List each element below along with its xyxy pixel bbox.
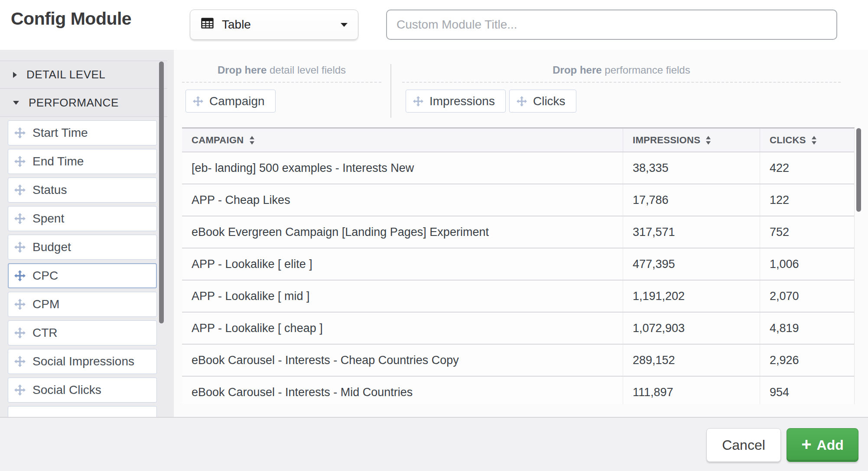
move-icon	[517, 96, 527, 106]
draggable-field-partial[interactable]	[8, 406, 157, 417]
move-icon	[14, 356, 26, 367]
cell-clicks: 122	[760, 184, 855, 216]
draggable-field[interactable]: Status	[8, 177, 157, 203]
move-icon	[193, 96, 203, 106]
sort-icon	[811, 136, 817, 145]
chip-label: Impressions	[429, 94, 495, 108]
draggable-field[interactable]: CPC	[8, 263, 157, 288]
cell-impressions: 317,571	[623, 216, 760, 248]
cell-campaign: APP - Cheap Likes	[182, 184, 623, 216]
sort-icon	[249, 136, 255, 145]
field-label: CPM	[33, 297, 59, 311]
draggable-field[interactable]: CPM	[8, 292, 157, 317]
cell-impressions: 1,072,903	[623, 313, 760, 344]
move-icon	[14, 327, 26, 339]
field-label: Budget	[33, 240, 71, 254]
draggable-field[interactable]: End Time	[8, 149, 157, 174]
sidebar-section-performance[interactable]: PERFORMANCE	[0, 89, 167, 117]
performance-chips: Impressions Clicks	[402, 90, 841, 113]
cell-impressions: 477,395	[623, 248, 760, 280]
add-button[interactable]: + Add	[787, 428, 858, 462]
cell-impressions: 289,152	[623, 345, 760, 376]
cell-clicks: 2,926	[760, 345, 855, 376]
module-type-dropdown[interactable]: Table	[190, 10, 358, 40]
field-chip[interactable]: Campaign	[185, 90, 276, 113]
page-title: Config Module	[11, 9, 131, 29]
cell-campaign: APP - Lookalike [ cheap ]	[182, 313, 623, 344]
cancel-button[interactable]: Cancel	[706, 428, 781, 462]
draggable-field[interactable]: Social Clicks	[8, 377, 157, 403]
field-label: End Time	[33, 155, 84, 168]
cell-campaign: [eb- landing] 500 examples - Interests N…	[182, 152, 623, 184]
draggable-field[interactable]: Spent	[8, 206, 157, 231]
dropzone-divider	[390, 64, 391, 118]
cell-clicks: 752	[760, 216, 855, 248]
cell-clicks: 4,819	[760, 313, 855, 344]
move-icon	[14, 299, 26, 310]
topbar: Config Module Table	[0, 0, 868, 50]
draggable-field[interactable]: Budget	[8, 235, 157, 260]
caret-right-icon	[13, 72, 17, 78]
draggable-field[interactable]: CTR	[8, 320, 157, 345]
column-header-campaign[interactable]: CAMPAIGN	[182, 129, 623, 152]
column-header-impressions[interactable]: IMPRESSIONS	[623, 129, 760, 152]
cell-clicks: 1,006	[760, 248, 855, 280]
sidebar-section-detail-level[interactable]: DETAIL LEVEL	[0, 61, 167, 89]
cell-campaign: eBook Evergreen Campaign [Landing Pages]…	[182, 216, 623, 248]
sidebar-scrollbar[interactable]	[159, 61, 164, 323]
table-row: APP - Cheap Likes 17,786 122	[182, 184, 854, 216]
section-label: DETAIL LEVEL	[26, 68, 105, 81]
dropzone-detail-label: Drop here detail level fields	[182, 64, 381, 83]
preview-table: CAMPAIGN IMPRESSIONS CLICKS	[182, 127, 855, 404]
cell-campaign: APP - Lookalike [ elite ]	[182, 248, 623, 280]
field-label: CTR	[33, 326, 58, 340]
cell-campaign: eBook Carousel - Interests - Mid Countri…	[182, 377, 623, 404]
move-icon	[14, 242, 26, 253]
cell-clicks: 422	[760, 152, 855, 184]
field-label: CPC	[33, 269, 58, 283]
cell-impressions: 17,786	[623, 184, 760, 216]
field-label: Social Clicks	[33, 383, 101, 397]
cell-impressions: 38,335	[623, 152, 760, 184]
cell-impressions: 111,897	[623, 377, 760, 404]
table-row: eBook Carousel - Interests - Mid Countri…	[182, 377, 854, 404]
dropzone-performance-label: Drop here performance fields	[402, 64, 841, 83]
chevron-down-icon	[341, 23, 348, 27]
fields-sidebar: DETAIL LEVEL PERFORMANCE Start Time	[0, 50, 174, 417]
move-icon	[14, 213, 26, 224]
field-label: Spent	[33, 212, 64, 226]
move-icon	[413, 96, 423, 106]
column-header-clicks[interactable]: CLICKS	[760, 129, 855, 152]
field-chip[interactable]: Impressions	[406, 90, 506, 113]
sidebar-sections: DETAIL LEVEL PERFORMANCE	[0, 61, 167, 117]
field-list: Start Time End Time Status	[8, 120, 157, 417]
cell-clicks: 954	[760, 377, 855, 404]
move-icon	[14, 127, 26, 139]
cell-clicks: 2,070	[760, 281, 855, 312]
dropzone-performance[interactable]: Drop here performance fields Impressions	[402, 64, 841, 113]
config-module-dialog: Config Module Table DETAIL LEVEL	[0, 0, 868, 471]
cell-impressions: 1,191,202	[623, 281, 760, 312]
draggable-field[interactable]: Social Impressions	[8, 349, 157, 374]
module-config-main: Drop here detail level fields Campaign D…	[174, 50, 868, 417]
dialog-footer: Cancel + Add	[0, 417, 868, 471]
table-icon	[201, 16, 214, 33]
table-header: CAMPAIGN IMPRESSIONS CLICKS	[182, 129, 854, 152]
table-row: APP - Lookalike [ mid ] 1,191,202 2,070	[182, 281, 854, 313]
field-chip[interactable]: Clicks	[509, 90, 576, 113]
table-row: [eb- landing] 500 examples - Interests N…	[182, 152, 854, 184]
field-label: Start Time	[33, 126, 88, 140]
section-label: PERFORMANCE	[29, 96, 119, 110]
custom-title-input[interactable]	[386, 10, 837, 40]
move-icon	[14, 384, 26, 396]
table-body: [eb- landing] 500 examples - Interests N…	[182, 152, 854, 404]
table-scrollbar[interactable]	[856, 128, 861, 212]
draggable-field[interactable]: Start Time	[8, 120, 157, 145]
cell-campaign: eBook Carousel - Interests - Cheap Count…	[182, 345, 623, 376]
field-label: Status	[33, 183, 67, 197]
chip-label: Clicks	[533, 94, 566, 108]
sort-icon	[705, 136, 711, 145]
plus-icon: +	[801, 436, 811, 453]
detail-chips: Campaign	[182, 90, 381, 113]
dropzone-detail-level[interactable]: Drop here detail level fields Campaign	[182, 64, 381, 113]
